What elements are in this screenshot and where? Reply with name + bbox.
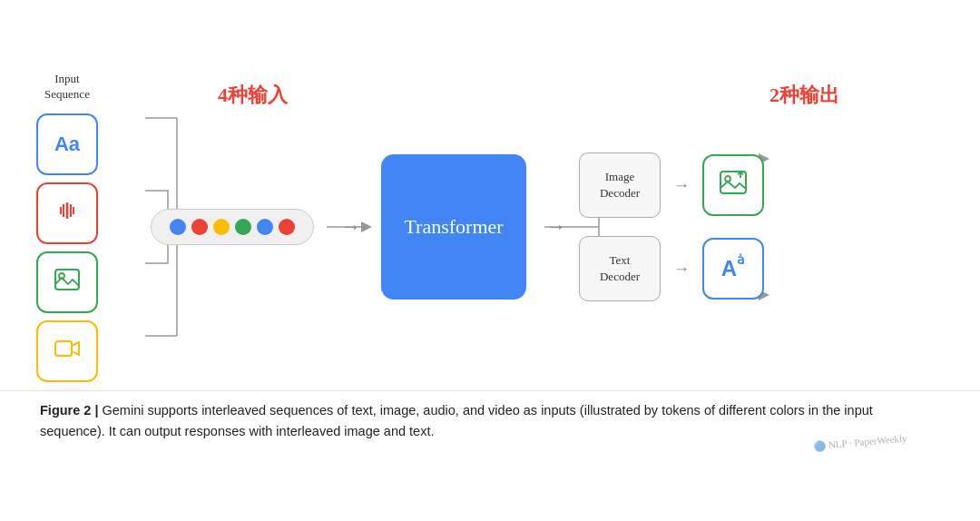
token-dot-1 [170, 219, 186, 235]
text-output-icon: Aȧ [721, 256, 745, 281]
svg-rect-24 [55, 341, 72, 356]
input-sequence-label: InputSequence [44, 72, 90, 103]
transformer-box: Transformer [381, 154, 526, 300]
audio-input-box [36, 182, 98, 244]
text-decoder-row: Text Decoder → Aȧ [579, 236, 764, 301]
input-section: InputSequence Aa [36, 72, 98, 382]
image-decoder-box: Image Decoder [579, 152, 661, 218]
text-output-icon-box: Aȧ [702, 238, 764, 300]
text-decoder-label: Text Decoder [600, 252, 640, 285]
image-output-icon [719, 170, 748, 202]
image-icon [54, 268, 81, 297]
image-output-icon-box [702, 154, 764, 216]
arrow-to-image-output: → [673, 176, 690, 195]
input-boxes: Aa [36, 113, 98, 382]
svg-rect-25 [720, 172, 746, 193]
token-dot-2 [191, 219, 208, 235]
output-section: Image Decoder → [579, 152, 764, 301]
token-dot-5 [257, 219, 273, 235]
text-decoder-box: Text Decoder [579, 236, 661, 301]
audio-icon [54, 198, 80, 229]
token-sequence [151, 209, 314, 245]
image-decoder-label: Image Decoder [600, 169, 640, 202]
transformer-label: Transformer [404, 215, 503, 239]
video-icon [54, 338, 81, 365]
arrow-from-transformer: → [546, 215, 566, 239]
caption-text: Gemini supports interleaved sequences of… [40, 403, 873, 438]
video-input-box [36, 320, 98, 382]
text-icon: Aa [54, 133, 80, 156]
token-dot-3 [213, 219, 230, 235]
token-dot-4 [235, 219, 251, 235]
arrow-to-transformer: → [341, 215, 361, 239]
image-decoder-row: Image Decoder → [579, 152, 764, 218]
text-input-box: Aa [36, 113, 98, 175]
caption-bold: Figure 2 | [40, 403, 99, 418]
caption-area: Figure 2 | Gemini supports interleaved s… [0, 390, 980, 455]
arrow-to-text-output: → [673, 260, 690, 279]
diagram-area: 4种输入 2种输出 InputSequence Aa [0, 0, 980, 390]
image-input-box [36, 251, 98, 313]
token-dot-6 [279, 219, 295, 235]
